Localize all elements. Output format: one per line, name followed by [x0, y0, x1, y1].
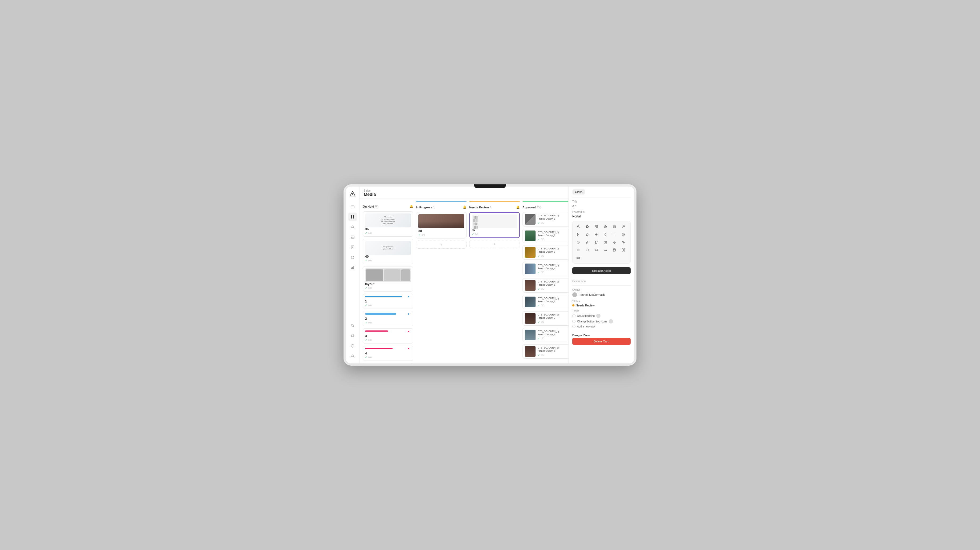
- svg-rect-62: [624, 249, 625, 251]
- icon-cell-12[interactable]: [620, 231, 627, 238]
- sidebar-item-chart[interactable]: [348, 263, 357, 272]
- card-on-hold-app-done[interactable]: App-done ✓ 0/0: [363, 363, 413, 363]
- status-value: Needs Review: [576, 304, 595, 307]
- sidebar-item-document[interactable]: [348, 243, 357, 252]
- card-approved-8[interactable]: DTS_SOJOURN_byFranco Dupuy_8 ✓ 0/0: [522, 328, 568, 342]
- bell-icon-in-progress[interactable]: 🔔: [463, 206, 466, 209]
- name-approved-9: DTS_SOJOURN_byFranco Dupuy_9: [538, 346, 568, 352]
- card-number-2: 2: [365, 317, 411, 320]
- svg-rect-31: [597, 227, 598, 228]
- fraction-1: 0/0: [368, 304, 372, 307]
- icon-cell-14[interactable]: [584, 239, 591, 246]
- card-on-hold-1[interactable]: 1 ✓ 0/0: [363, 294, 413, 309]
- app-logo[interactable]: [348, 190, 357, 198]
- sidebar-item-folder[interactable]: [348, 202, 357, 211]
- card-in-progress-38[interactable]: 38 ✓ 0/0: [416, 212, 466, 239]
- icon-cell-5[interactable]: [611, 223, 618, 230]
- thumb-approved-3: [525, 247, 536, 258]
- column-header-needs-review: Needs Review 1 🔔: [469, 206, 520, 210]
- icon-cell-24[interactable]: [620, 247, 627, 253]
- icon-cell-7[interactable]: [575, 231, 582, 238]
- icon-cell-2[interactable]: [584, 223, 591, 230]
- card-on-hold-layout[interactable]: layout ✓ 0/0: [363, 266, 413, 292]
- icon-cell-22[interactable]: [602, 247, 609, 253]
- card-needs-review-37[interactable]: .nr-cell { background: #bbb; border-radi…: [469, 212, 520, 238]
- icon-cell-8[interactable]: [584, 231, 591, 238]
- icon-cell-11[interactable]: [611, 231, 618, 238]
- sidebar-item-person-bottom[interactable]: [348, 352, 357, 360]
- card-image-37: .nr-cell { background: #bbb; border-radi…: [472, 215, 517, 228]
- icon-cell-18[interactable]: [620, 239, 627, 246]
- sidebar-item-search[interactable]: [348, 321, 357, 330]
- icon-cell-21[interactable]: [593, 247, 600, 253]
- svg-point-50: [624, 242, 625, 243]
- sidebar-item-globe[interactable]: [348, 342, 357, 350]
- check-approved-8: ✓: [538, 337, 540, 340]
- icon-cell-17[interactable]: [611, 239, 618, 246]
- icon-cell-25[interactable]: [575, 254, 582, 261]
- status-section: Status Needs Review: [572, 300, 631, 307]
- owner-section: Owner Fennell McCormack: [572, 289, 631, 297]
- column-bar-in-progress: [416, 201, 466, 202]
- bell-icon-needs-review[interactable]: 🔔: [516, 206, 520, 209]
- add-card-needs-review[interactable]: +: [469, 240, 520, 248]
- sidebar-item-person[interactable]: [348, 223, 357, 231]
- icon-cell-15[interactable]: [593, 239, 600, 246]
- icon-cell-16[interactable]: [602, 239, 609, 246]
- add-task-input[interactable]: [577, 325, 631, 328]
- fraction-3: 0/0: [368, 339, 372, 341]
- card-approved-4[interactable]: DTS_SOJOURN_byFranco Dupuy_4 ✓ 0/0: [522, 261, 568, 276]
- fraction-approved-8: 0/0: [541, 337, 544, 340]
- check-icon-36: ✓: [365, 231, 367, 234]
- icon-cell-20[interactable]: [584, 247, 591, 253]
- sidebar-item-image[interactable]: [348, 233, 357, 241]
- svg-marker-36: [578, 233, 579, 236]
- panel-divider-1: [572, 197, 631, 198]
- icon-cell-9[interactable]: [593, 231, 600, 238]
- icon-cell-10[interactable]: [602, 231, 609, 238]
- card-on-hold-36[interactable]: Who we areOur strategy centerson fosteri…: [363, 211, 413, 237]
- card-on-hold-4[interactable]: 4 ✓ 0/0: [363, 346, 413, 361]
- card-approved-6[interactable]: DTS_SOJOURN_byFranco Dupuy_6 ✓ 0/0: [522, 295, 568, 309]
- name-approved-2: DTS_SOJOURN_byFranco Dupuy_2: [538, 231, 568, 237]
- check-approved-3: ✓: [538, 255, 540, 257]
- icon-cell-13[interactable]: [575, 239, 582, 246]
- icon-cell-4[interactable]: [602, 223, 609, 230]
- icon-cell-3[interactable]: [593, 223, 600, 230]
- task-checkbox-1[interactable]: [572, 314, 576, 317]
- panel-divider-2: [572, 277, 631, 277]
- svg-rect-55: [577, 250, 578, 251]
- card-approved-7[interactable]: DTS_SOJOURN_byFranco Dupuy_7 ✓ 0/0: [522, 311, 568, 326]
- sidebar-item-bell[interactable]: [348, 332, 357, 340]
- icon-cell-19[interactable]: [575, 247, 582, 253]
- card-approved-5[interactable]: DTS_SOJOURN_byFranco Dupuy_5 ✓ 0/0: [522, 278, 568, 293]
- sidebar-item-settings[interactable]: [348, 253, 357, 261]
- icon-cell-23[interactable]: [611, 247, 618, 253]
- card-approved-9[interactable]: DTS_SOJOURN_byFranco Dupuy_9 ✓ 0/0: [522, 344, 568, 359]
- card-on-hold-40[interactable]: Your passwordexpires in 2 hours 40 ✓ 0/0: [363, 239, 413, 264]
- task-checkbox-2[interactable]: [572, 320, 576, 323]
- column-count-in-progress: 1: [433, 206, 435, 209]
- fraction-approved-6: 0/0: [541, 304, 544, 307]
- bell-icon-on-hold[interactable]: 🔔: [410, 205, 413, 208]
- card-approved-3[interactable]: DTS_SOJOURN_byFranco Dupuy_3 ✓ 0/0: [522, 245, 568, 260]
- card-on-hold-2[interactable]: 2 ✓ 0/0: [363, 311, 413, 326]
- svg-rect-5: [351, 217, 352, 218]
- icon-cell-6[interactable]: [620, 223, 627, 230]
- add-card-in-progress[interactable]: +: [416, 241, 466, 249]
- card-on-hold-3[interactable]: 3 ✓ 0/0: [363, 328, 413, 343]
- svg-point-18: [351, 324, 353, 327]
- replace-asset-button[interactable]: Replace Asset: [572, 267, 631, 274]
- task-item-add[interactable]: [572, 325, 631, 328]
- fraction-approved-5: 0/0: [541, 287, 544, 290]
- sidebar-item-grid[interactable]: [348, 213, 357, 221]
- card-approved-2[interactable]: DTS_SOJOURN_byFranco Dupuy_2 ✓ 0/0: [522, 229, 568, 243]
- column-title-approved: Approved: [522, 206, 536, 209]
- fraction-approved-7: 0/0: [541, 320, 544, 323]
- svg-rect-29: [597, 225, 598, 226]
- check-approved-4: ✓: [538, 271, 540, 274]
- delete-card-button[interactable]: Delete Card: [572, 338, 631, 345]
- card-approved-1[interactable]: DTS_SOJOURN_byFranco Dupuy_1 ✓ 0/0: [522, 212, 568, 226]
- close-button[interactable]: Close: [572, 189, 585, 194]
- icon-cell-1[interactable]: [575, 223, 582, 230]
